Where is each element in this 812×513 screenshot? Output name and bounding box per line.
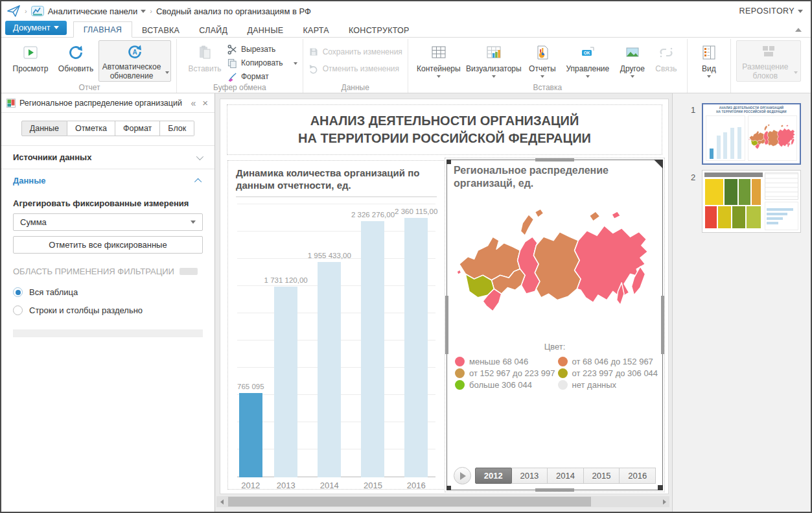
selection-handle-bottom[interactable]	[535, 488, 574, 492]
bar[interactable]	[404, 218, 428, 477]
timeline-year-button[interactable]: 2015	[583, 468, 620, 484]
bar-column[interactable]: 1 731 120,002013	[264, 201, 308, 494]
bar-column[interactable]: 1 955 433,002014	[308, 201, 351, 494]
tab-konstruktor[interactable]: КОНСТРУКТОР	[339, 23, 419, 38]
side-tab-mark[interactable]: Отметка	[67, 121, 115, 136]
page-thumbnail-2[interactable]	[702, 170, 801, 233]
link-button[interactable]: Связь	[651, 40, 682, 74]
section-data-sources[interactable]: Источники данных	[1, 146, 215, 169]
canvas-horizontal-scrollbar[interactable]	[216, 496, 669, 507]
selection-corner-top-right[interactable]	[654, 160, 663, 169]
scroll-left-arrow[interactable]	[216, 496, 227, 507]
radio-rows-cols-label: Строки и столбцы раздельно	[29, 305, 143, 315]
selection-handle-top[interactable]	[535, 158, 574, 161]
bar-column[interactable]: 2 326 276,002015	[351, 201, 395, 494]
preview-button[interactable]: Просмотр	[8, 40, 53, 74]
bar-column[interactable]: 2 360 115,002016	[395, 201, 437, 494]
selection-handle-left[interactable]	[445, 296, 448, 354]
radio-off-icon[interactable]	[13, 305, 23, 315]
scroll-right-arrow[interactable]	[659, 496, 669, 507]
radio-rows-cols[interactable]: Строки и столбцы раздельно	[1, 297, 215, 315]
side-tab-block[interactable]: Блок	[160, 121, 194, 136]
legend-swatch	[455, 357, 465, 366]
bar-column[interactable]: 765 0952012	[237, 201, 264, 494]
aggregate-select[interactable]: Сумма	[13, 213, 203, 231]
containers-button[interactable]: Контейнеры	[413, 40, 464, 78]
bar[interactable]	[361, 221, 384, 477]
panel-close-icon[interactable]: ×	[202, 97, 208, 108]
page-thumbnail-1[interactable]: АНАЛИЗ ДЕЯТЕЛЬНОСТИ ОРГАНИЗАЦИЙ НА ТЕРРИ…	[702, 103, 801, 165]
collapse-ribbon-arrow[interactable]	[795, 28, 802, 32]
bar[interactable]	[274, 287, 297, 477]
page-number-1: 1	[691, 105, 695, 115]
selection-handle-right[interactable]	[661, 296, 664, 354]
bar-chart-block[interactable]: Динамика количества организаций по данны…	[227, 160, 445, 490]
timeline-year-button[interactable]: 2016	[619, 468, 656, 484]
side-tab-data[interactable]: Данные	[21, 121, 67, 136]
save-icon	[308, 47, 319, 57]
selection-corner-bottom-left[interactable]	[447, 486, 451, 490]
section-data[interactable]: Данные	[1, 169, 215, 192]
undo-changes-button[interactable]: Отменить изменения	[308, 63, 402, 75]
tab-vstavka[interactable]: ВСТАВКА	[132, 23, 189, 38]
copy-button[interactable]: Копировать	[227, 57, 297, 69]
dashboard-title-block[interactable]: АНАЛИЗ ДЕЯТЕЛЬНОСТИ ОРГАНИЗАЦИЙ НА ТЕРРИ…	[227, 104, 662, 155]
format-button[interactable]: Формат	[227, 71, 297, 82]
view-button[interactable]: Вид	[693, 40, 725, 78]
ribbon-group-insert: Контейнеры Визуализаторы Отчеты OK	[408, 39, 687, 93]
side-tab-format[interactable]: Формат	[115, 121, 160, 136]
selection-corner-bottom-right[interactable]	[658, 485, 663, 490]
document-menu-button[interactable]: Документ	[5, 21, 67, 35]
blocks-layout-button[interactable]: Размещение блоков	[736, 40, 801, 82]
radio-whole-table-label: Вся таблица	[29, 287, 78, 297]
scrollbar-thumb[interactable]	[228, 497, 591, 507]
refresh-button[interactable]: Обновить	[53, 40, 99, 74]
breadcrumb-document[interactable]: Сводный анализ по организациям в РФ	[156, 6, 311, 16]
bar[interactable]	[239, 393, 262, 477]
timeline-year-button[interactable]: 2014	[547, 468, 584, 484]
breadcrumb-dropdown-caret[interactable]	[141, 10, 146, 13]
radio-whole-table[interactable]: Вся таблица	[1, 279, 215, 297]
legend-swatch	[558, 357, 568, 366]
panel-collapse-icon[interactable]: «	[191, 98, 196, 108]
selection-corner-top-left[interactable]	[447, 160, 451, 164]
mark-all-fixed-button[interactable]: Отметить все фиксированные	[13, 236, 203, 254]
legend-swatch	[558, 380, 568, 390]
repository-label[interactable]: REPOSITORY	[739, 6, 795, 16]
paste-button[interactable]: Вставить	[182, 40, 227, 74]
tab-glavnaya[interactable]: ГЛАВНАЯ	[73, 21, 132, 38]
other-button[interactable]: Другое	[614, 40, 651, 78]
repository-caret[interactable]	[798, 10, 803, 13]
save-changes-button[interactable]: Сохранить изменения	[308, 46, 402, 58]
copy-dropdown-caret[interactable]	[294, 62, 297, 65]
russia-choropleth-map[interactable]	[456, 193, 654, 340]
thumb2-treemap-tile	[704, 206, 717, 229]
other-icon	[624, 42, 641, 63]
map-block-selected[interactable]: Региональное распределение организацй, е…	[447, 160, 663, 490]
view-icon	[701, 42, 717, 63]
cut-button[interactable]: Вырезать	[227, 43, 297, 55]
timeline-year-button[interactable]: 2013	[511, 468, 548, 484]
tab-dannye[interactable]: ДАННЫЕ	[237, 23, 293, 38]
group-label-clipboard: Буфер обмена	[177, 83, 303, 92]
reports-caret	[540, 75, 544, 78]
auto-refresh-label: Автоматическое обновление	[100, 63, 163, 81]
breadcrumb-panels[interactable]: Аналитические панели	[48, 6, 138, 16]
format-brush-icon	[227, 72, 237, 82]
timeline-play-button[interactable]	[454, 467, 471, 484]
auto-refresh-toggle[interactable]: A Автоматическое обновление	[99, 40, 171, 82]
tab-slide[interactable]: СЛАЙД	[189, 23, 237, 38]
timeline-year-button[interactable]: 2012	[475, 468, 512, 484]
management-button[interactable]: OK Управление	[561, 40, 614, 78]
app-logo-icon[interactable]	[6, 5, 21, 18]
bar[interactable]	[318, 262, 341, 477]
thumb1-bar-chart	[706, 115, 745, 161]
reports-button[interactable]: Отчеты	[524, 40, 561, 78]
reports-label: Отчеты	[529, 65, 555, 74]
tab-karta[interactable]: КАРТА	[293, 23, 338, 38]
visualizers-button[interactable]: Визуализаторы	[464, 40, 524, 78]
bar-columns: 765 09520121 731 120,0020131 955 433,002…	[237, 201, 435, 494]
radio-on-icon[interactable]	[13, 287, 23, 297]
thumb2-table	[765, 173, 798, 200]
thumb2-treemap	[704, 178, 763, 229]
